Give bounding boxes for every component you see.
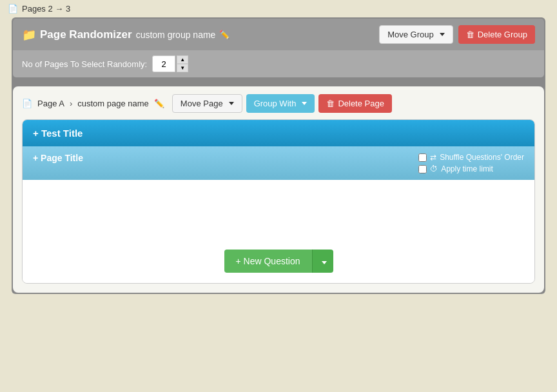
page-icon: 📄 [8, 4, 18, 14]
new-question-group: + New Question [224, 250, 333, 273]
delete-page-label: Delete Page [338, 99, 384, 108]
page-title-text[interactable]: + Page Title [33, 153, 83, 163]
move-page-caret-icon [229, 102, 234, 105]
group-container: 📁 Page Randomizer custom group name ✏️ M… [12, 17, 545, 294]
shuffle-checkbox[interactable] [418, 153, 427, 162]
pages-breadcrumb: Pages 2 → 3 [22, 4, 70, 14]
page-actions: Move Page Group With 🗑 Delete Page [172, 94, 392, 113]
group-title-area: 📁 Page Randomizer custom group name ✏️ [22, 28, 374, 42]
test-title-text: + Test Title [33, 128, 83, 139]
page-custom-name: custom page name [77, 99, 149, 108]
group-actions: Move Group 🗑 Delete Group [379, 25, 535, 44]
group-with-label: Group With [254, 99, 297, 108]
page-header: 📄 Page A › custom page name ✏️ Move Page… [22, 94, 535, 113]
folder-icon: 📁 [22, 28, 36, 42]
shuffle-checkbox-row: ⇄ Shuffle Questions' Order [418, 153, 524, 162]
clock-icon: ⏱ [430, 164, 438, 173]
trash-icon: 🗑 [466, 30, 474, 39]
group-with-button[interactable]: Group With [246, 94, 315, 113]
page-container: 📄 Page A › custom page name ✏️ Move Page… [13, 86, 544, 293]
question-area: + New Question [23, 180, 534, 283]
breadcrumb-arrow-icon: › [70, 99, 72, 108]
move-group-button[interactable]: Move Group [379, 25, 453, 44]
new-question-button[interactable]: + New Question [224, 250, 312, 273]
delete-group-label: Delete Group [478, 30, 527, 39]
group-header: 📁 Page Randomizer custom group name ✏️ M… [13, 19, 544, 50]
delete-page-trash-icon: 🗑 [326, 99, 335, 108]
test-title-bar[interactable]: + Test Title [23, 120, 534, 146]
edit-group-name-icon[interactable]: ✏️ [219, 30, 230, 39]
move-page-label: Move Page [181, 99, 223, 108]
time-limit-checkbox[interactable] [418, 165, 427, 173]
new-question-label: + New Question [236, 256, 300, 266]
top-bar: 📄 Pages 2 → 3 [0, 0, 557, 17]
pages-count-input[interactable] [152, 55, 175, 72]
time-limit-label: Apply time limit [441, 164, 493, 173]
page-title-options: ⇄ Shuffle Questions' Order ⏱ Apply time … [418, 153, 524, 173]
pages-spinner: ▲ ▼ [152, 55, 188, 72]
page-file-icon: 📄 [22, 99, 32, 108]
delete-group-button[interactable]: 🗑 Delete Group [458, 25, 535, 44]
page-card: + Test Title + Page Title ⇄ Shuffle Ques… [22, 119, 535, 284]
group-with-caret-icon [302, 102, 307, 105]
move-group-label: Move Group [387, 30, 434, 39]
move-page-button[interactable]: Move Page [172, 94, 242, 113]
new-question-caret-icon [322, 261, 327, 264]
spinner-up-button[interactable]: ▲ [177, 55, 188, 64]
edit-page-name-icon[interactable]: ✏️ [154, 99, 164, 108]
delete-page-button[interactable]: 🗑 Delete Page [318, 94, 392, 113]
no-pages-row: No of Pages To Select Randomly: ▲ ▼ [13, 50, 544, 77]
time-limit-checkbox-row: ⏱ Apply time limit [418, 164, 493, 173]
new-question-dropdown-button[interactable] [312, 250, 333, 273]
group-custom-name: custom group name [136, 30, 216, 40]
no-pages-label: No of Pages To Select Randomly: [22, 59, 147, 69]
move-group-caret-icon [440, 33, 445, 36]
shuffle-label: Shuffle Questions' Order [440, 153, 524, 162]
page-title-bar: + Page Title ⇄ Shuffle Questions' Order … [23, 146, 534, 180]
shuffle-icon: ⇄ [430, 153, 436, 162]
spinner-buttons: ▲ ▼ [177, 55, 188, 72]
page-name: Page A [37, 99, 64, 108]
spinner-down-button[interactable]: ▼ [177, 64, 188, 72]
group-title: Page Randomizer [40, 28, 132, 41]
